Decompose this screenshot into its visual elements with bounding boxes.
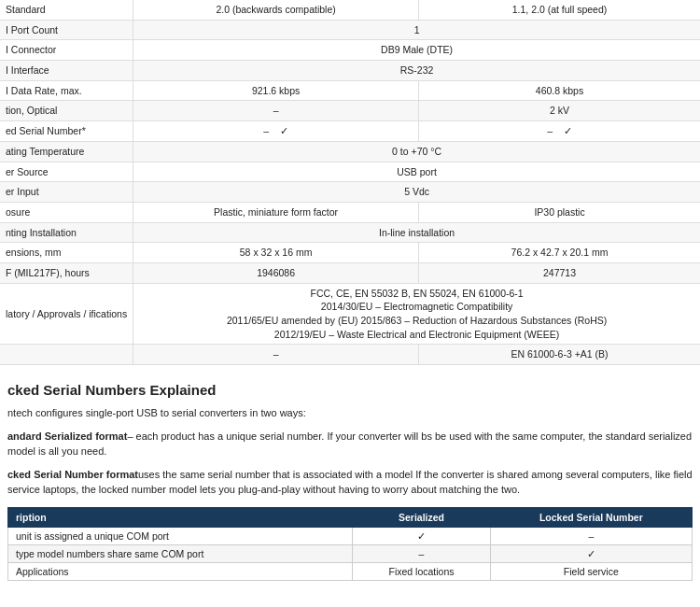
spec-value: 76.2 x 42.7 x 20.1 mm	[419, 243, 700, 263]
intro-text: ntech configures single-port USB to seri…	[0, 405, 700, 421]
locked-format-text: cked Serial Number formatuses the same s…	[0, 467, 700, 498]
locked-table-header: ription	[8, 507, 353, 527]
spec-value: – ✓	[419, 121, 700, 142]
spec-label: Standard	[0, 0, 133, 20]
spec-value: IP30 plastic	[419, 202, 700, 222]
spec-label: ensions, mm	[0, 243, 133, 263]
spec-label: I Interface	[0, 61, 133, 81]
spec-value: 1.1, 2.0 (at full speed)	[419, 0, 700, 20]
section-heading: cked Serial Numbers Explained	[0, 382, 700, 398]
spec-value: 1	[133, 20, 700, 40]
locked-row-locked: Field service	[490, 562, 692, 580]
spec-value: DB9 Male (DTE)	[133, 40, 700, 61]
spec-value: –	[133, 101, 419, 121]
locked-row-serialized: –	[353, 544, 490, 562]
locked-row-locked: –	[490, 527, 692, 544]
spec-label: I Port Count	[0, 20, 133, 40]
spec-label: I Data Rate, max.	[0, 80, 133, 101]
spec-label: latory / Approvals / ifications	[0, 283, 133, 345]
spec-value: 2.0 (backwards compatible)	[133, 0, 419, 20]
spec-value: 460.8 kbps	[419, 80, 700, 101]
spec-label: nting Installation	[0, 222, 133, 243]
spec-value: 247713	[419, 262, 700, 283]
spec-value: USB port	[133, 162, 700, 182]
spec-value: RS-232	[133, 61, 700, 81]
spec-value: 58 x 32 x 16 mm	[133, 243, 419, 263]
spec-label: er Input	[0, 182, 133, 203]
spec-value: 2 kV	[419, 101, 700, 121]
specs-table: Standard2.0 (backwards compatible)1.1, 2…	[0, 0, 700, 365]
locked-row-desc: type model numbers share same COM port	[8, 544, 353, 562]
spec-label: F (MIL217F), hours	[0, 262, 133, 283]
spec-value: –	[133, 345, 419, 365]
locked-table-header: Serialized	[353, 507, 490, 527]
locked-row-desc: unit is assigned a unique COM port	[8, 527, 353, 544]
locked-table-header: Locked Serial Number	[490, 507, 692, 527]
spec-label: tion, Optical	[0, 101, 133, 121]
locked-row-serialized: Fixed locations	[353, 562, 490, 580]
spec-label: ating Temperature	[0, 141, 133, 162]
spec-label: ed Serial Number*	[0, 121, 133, 142]
standard-format-text: andard Serialized format– each product h…	[0, 429, 700, 459]
spec-label	[0, 345, 133, 365]
spec-value: FCC, CE, EN 55032 B, EN 55024, EN 61000-…	[133, 283, 700, 345]
spec-value: 921.6 kbps	[133, 80, 419, 101]
locked-format-label: cked Serial Number format	[7, 469, 138, 480]
locked-section: cked Serial Numbers Explained ntech conf…	[0, 382, 700, 581]
spec-value: Plastic, miniature form factor	[133, 202, 419, 222]
spec-label: I Connector	[0, 40, 133, 61]
spec-value: 5 Vdc	[133, 182, 700, 203]
locked-row-serialized: ✓	[353, 527, 490, 544]
standard-format-label: andard Serialized format	[7, 431, 127, 442]
locked-row-desc: Applications	[8, 562, 353, 580]
spec-value: In-line installation	[133, 222, 700, 243]
spec-label: er Source	[0, 162, 133, 182]
spec-value: 1946086	[133, 262, 419, 283]
spec-value: EN 61000-6-3 +A1 (B)	[419, 345, 700, 365]
locked-comparison-table: riptionSerializedLocked Serial Number un…	[7, 507, 693, 581]
spec-value: 0 to +70 °C	[133, 141, 700, 162]
spec-value: – ✓	[133, 121, 419, 142]
locked-row-locked: ✓	[490, 544, 692, 562]
spec-label: osure	[0, 202, 133, 222]
